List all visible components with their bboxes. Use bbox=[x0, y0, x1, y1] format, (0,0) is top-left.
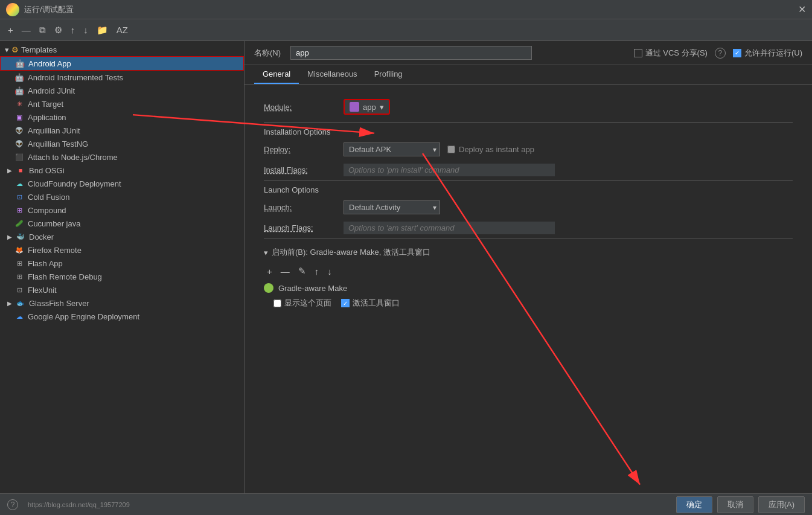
sidebar-item-ant-target[interactable]: ✳ Ant Target bbox=[0, 97, 244, 110]
android-junit-icon: 🤖 bbox=[14, 86, 24, 95]
sidebar-label-arquillian-testng: Arquillian TestNG bbox=[28, 139, 88, 149]
flexunit-icon: ⊡ bbox=[14, 285, 24, 295]
launch-select-wrapper: Default Activity Specified Activity Noth… bbox=[344, 200, 440, 214]
sidebar-item-attach-nodejs[interactable]: ⬛ Attach to Node.js/Chrome bbox=[0, 150, 244, 164]
launch-flags-row: Launch Flags: bbox=[254, 218, 802, 238]
before-launch-header[interactable]: ▾ 启动前(B): Gradle-aware Make, 激活工具窗口 bbox=[254, 243, 802, 261]
sidebar-item-cloudfoundry[interactable]: ☁ CloudFoundry Deployment bbox=[0, 177, 244, 190]
allow-parallel-label[interactable]: ✓ 允许并行运行(U) bbox=[733, 48, 802, 59]
deploy-instant-label: Deploy as instant app bbox=[459, 145, 534, 154]
bottom-help-icon[interactable]: ? bbox=[7, 499, 18, 510]
sidebar-item-firefox-remote[interactable]: 🦊 Firefox Remote bbox=[0, 243, 244, 257]
templates-section-header: ▾ ⚙ Templates bbox=[0, 43, 244, 56]
activate-tool-checkbox[interactable]: ✓ bbox=[341, 299, 350, 307]
sidebar-item-bnd-osgi[interactable]: ▶ ■ Bnd OSGi bbox=[0, 164, 244, 177]
sidebar-label-ant-target: Ant Target bbox=[28, 100, 63, 109]
sidebar-label-cloudfoundry: CloudFoundry Deployment bbox=[28, 179, 121, 188]
activate-tool-text: 激活工具窗口 bbox=[353, 298, 400, 309]
apply-button[interactable]: 应用(A) bbox=[758, 496, 805, 513]
allow-parallel-checkbox[interactable]: ✓ bbox=[733, 49, 741, 57]
before-launch-chevron: ▾ bbox=[264, 248, 268, 257]
sidebar-item-compound[interactable]: ⊞ Compound bbox=[0, 203, 244, 217]
sidebar-label-android-instrumented: Android Instrumented Tests bbox=[28, 73, 123, 82]
sidebar-item-application[interactable]: ▣ Application bbox=[0, 110, 244, 124]
settings-button[interactable]: ⚙ bbox=[51, 23, 65, 37]
module-label: Module: bbox=[264, 103, 336, 112]
remove-button[interactable]: — bbox=[19, 23, 34, 37]
bnd-icon: ■ bbox=[16, 165, 25, 175]
deploy-select[interactable]: Default APK APK from app bundle Nothing bbox=[344, 142, 440, 156]
toolbar: + — ⧉ ⚙ ↑ ↓ 📁 AZ bbox=[0, 19, 812, 41]
show-page-checkbox[interactable] bbox=[273, 299, 281, 307]
sidebar-item-cold-fusion[interactable]: ⊡ Cold Fusion bbox=[0, 190, 244, 203]
sidebar-label-android-junit: Android JUnit bbox=[28, 86, 75, 95]
sidebar-label-bnd-osgi: Bnd OSGi bbox=[29, 166, 65, 175]
launch-select[interactable]: Default Activity Specified Activity Noth… bbox=[344, 200, 440, 214]
launch-flags-label: Launch Flags: bbox=[264, 223, 336, 232]
sidebar-label-attach-nodejs: Attach to Node.js/Chrome bbox=[28, 153, 118, 162]
app-logo-icon bbox=[6, 3, 19, 16]
deploy-select-wrapper: Default APK APK from app bundle Nothing bbox=[344, 142, 440, 156]
arquillian-junit-icon: 👽 bbox=[14, 126, 24, 135]
module-selector[interactable]: app ▾ bbox=[344, 99, 390, 115]
sidebar-item-arquillian-junit[interactable]: 👽 Arquillian JUnit bbox=[0, 124, 244, 137]
sidebar-item-flash-remote-debug[interactable]: ⊞ Flash Remote Debug bbox=[0, 270, 244, 283]
cucumber-icon: 🥒 bbox=[14, 219, 24, 228]
launch-flags-input[interactable] bbox=[344, 222, 555, 234]
templates-label: Templates bbox=[21, 45, 57, 54]
sidebar-item-google-app[interactable]: ☁ Google App Engine Deployment bbox=[0, 310, 244, 323]
add-button[interactable]: + bbox=[5, 23, 16, 37]
sidebar-item-android-app[interactable]: 🤖 Android App bbox=[0, 56, 244, 71]
vcs-share-label[interactable]: 通过 VCS 分享(S) bbox=[634, 48, 708, 59]
before-launch-up-btn[interactable]: ↑ bbox=[312, 264, 322, 278]
help-icon[interactable]: ? bbox=[715, 48, 726, 59]
tab-general[interactable]: General bbox=[254, 65, 299, 84]
top-right-controls: 通过 VCS 分享(S) ? ✓ 允许并行运行(U) bbox=[634, 48, 802, 59]
sidebar-item-flexunit[interactable]: ⊡ FlexUnit bbox=[0, 283, 244, 296]
show-page-label[interactable]: 显示这个页面 bbox=[273, 298, 331, 309]
sidebar-item-android-junit[interactable]: 🤖 Android JUnit bbox=[0, 84, 244, 97]
folder-button[interactable]: 📁 bbox=[94, 23, 111, 37]
sidebar-item-cucumber-java[interactable]: 🥒 Cucumber java bbox=[0, 217, 244, 230]
gradle-item-label: Gradle-aware Make bbox=[278, 284, 347, 293]
sidebar-item-arquillian-testng[interactable]: 👽 Arquillian TestNG bbox=[0, 137, 244, 150]
chevron-right-icon-docker: ▶ bbox=[7, 234, 12, 240]
name-input[interactable] bbox=[290, 46, 532, 60]
sort-button[interactable]: AZ bbox=[113, 23, 131, 37]
sidebar-item-flash-app[interactable]: ⊞ Flash App bbox=[0, 257, 244, 270]
before-launch-remove-btn[interactable]: — bbox=[278, 264, 293, 278]
before-launch-edit-btn[interactable]: ✎ bbox=[295, 264, 309, 278]
tab-profiling[interactable]: Profiling bbox=[366, 65, 411, 84]
sidebar-item-android-instrumented[interactable]: 🤖 Android Instrumented Tests bbox=[0, 71, 244, 84]
module-row: Module: app ▾ bbox=[254, 94, 802, 122]
chevron-right-icon-glassfish: ▶ bbox=[7, 300, 12, 307]
module-icon bbox=[350, 102, 359, 112]
before-launch-add-btn[interactable]: + bbox=[264, 264, 275, 278]
sidebar-label-firefox-remote: Firefox Remote bbox=[28, 246, 82, 255]
install-flags-input[interactable] bbox=[344, 164, 555, 176]
chevron-down-icon: ▾ bbox=[5, 45, 9, 54]
content-body: Module: app ▾ Installation Options Deplo… bbox=[245, 85, 812, 321]
deploy-instant-checkbox[interactable] bbox=[447, 146, 455, 153]
before-launch-down-btn[interactable]: ↓ bbox=[324, 264, 335, 278]
before-launch-section: ▾ 启动前(B): Gradle-aware Make, 激活工具窗口 + — … bbox=[254, 243, 802, 311]
sidebar-item-glassfish[interactable]: ▶ 🐟 GlassFish Server bbox=[0, 296, 244, 310]
flash-app-icon: ⊞ bbox=[14, 258, 24, 268]
vcs-checkbox[interactable] bbox=[634, 49, 642, 57]
cold-fusion-icon: ⊡ bbox=[14, 192, 24, 202]
sidebar-label-android-app: Android App bbox=[28, 59, 71, 68]
activate-tool-label[interactable]: ✓ 激活工具窗口 bbox=[341, 298, 400, 309]
cancel-button[interactable]: 取消 bbox=[717, 496, 753, 513]
content-area: 名称(N) 通过 VCS 分享(S) ? ✓ 允许并行运行(U) General… bbox=[245, 41, 812, 493]
title-bar-title: 运行/调试配置 bbox=[24, 4, 74, 15]
deploy-instant-row: Deploy as instant app bbox=[447, 145, 534, 154]
launch-row: Launch: Default Activity Specified Activ… bbox=[254, 197, 802, 218]
move-down-button[interactable]: ↓ bbox=[80, 23, 91, 37]
launch-options-title: Launch Options bbox=[254, 181, 802, 197]
close-icon[interactable]: ✕ bbox=[798, 4, 806, 15]
tab-miscellaneous[interactable]: Miscellaneous bbox=[299, 65, 365, 84]
confirm-button[interactable]: 确定 bbox=[676, 496, 712, 513]
move-up-button[interactable]: ↑ bbox=[68, 23, 78, 37]
copy-button[interactable]: ⧉ bbox=[36, 23, 49, 37]
sidebar-item-docker[interactable]: ▶ 🐳 Docker bbox=[0, 230, 244, 243]
